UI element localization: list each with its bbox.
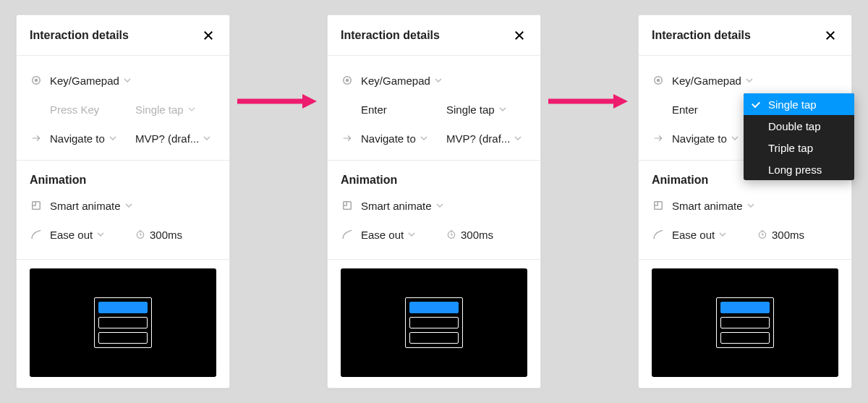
easing-select[interactable]: Ease out: [672, 229, 750, 241]
duration-field[interactable]: 300ms: [135, 229, 216, 241]
clock-icon: [757, 229, 767, 239]
animation-easing-row[interactable]: Ease out 300ms: [30, 220, 216, 249]
panel-title: Interaction details: [341, 29, 440, 42]
dropdown-option[interactable]: Single tap: [744, 93, 854, 115]
trigger-icon: [341, 74, 354, 87]
flow-arrow-icon: [548, 94, 628, 109]
chevron-down-icon: [747, 202, 754, 209]
action-verb[interactable]: Navigate to: [361, 132, 439, 145]
preview-bar: [409, 332, 459, 344]
easing-select[interactable]: Ease out: [50, 229, 128, 241]
chevron-down-icon: [408, 231, 415, 238]
trigger-key-row[interactable]: Enter Single tap: [341, 95, 527, 124]
trigger-type-label: Key/Gamepad: [361, 75, 527, 87]
smart-animate-icon: [341, 199, 354, 212]
svg-point-7: [346, 80, 349, 82]
duration-field[interactable]: 300ms: [446, 229, 527, 241]
chevron-down-icon: [514, 135, 522, 142]
svg-marker-5: [302, 94, 317, 109]
trigger-section: Key/Gamepad Press Key Single tap Navigat…: [17, 56, 229, 156]
chevron-down-icon: [420, 135, 427, 142]
chevron-down-icon: [731, 135, 739, 142]
animation-preview: [341, 268, 527, 377]
tap-mode-select[interactable]: Single tap: [135, 103, 216, 116]
trigger-icon: [652, 74, 665, 87]
navigate-icon: [652, 133, 665, 143]
animation-title: Animation: [341, 171, 527, 187]
chevron-down-icon: [719, 231, 726, 238]
chevron-down-icon: [746, 77, 753, 84]
key-input-value[interactable]: Enter: [672, 103, 750, 116]
dropdown-option[interactable]: Long press: [744, 158, 854, 180]
key-input-value[interactable]: Enter: [361, 103, 439, 116]
trigger-section: Key/Gamepad Enter Single tap Navigate to: [328, 56, 540, 156]
trigger-type-row[interactable]: Key/Gamepad: [30, 66, 216, 95]
trigger-type-label: Key/Gamepad: [672, 75, 838, 87]
preview-frame: [716, 297, 774, 348]
animation-type[interactable]: Smart animate: [672, 200, 838, 212]
preview-bar: [720, 317, 770, 328]
animation-title: Animation: [30, 171, 216, 187]
trigger-key-row[interactable]: Press Key Single tap: [30, 95, 216, 124]
panel-title: Interaction details: [30, 29, 129, 42]
ease-curve-icon: [341, 228, 354, 241]
ease-curve-icon: [30, 228, 43, 241]
clock-icon: [135, 229, 145, 239]
easing-select[interactable]: Ease out: [361, 229, 439, 241]
dropdown-option[interactable]: Double tap: [744, 115, 854, 137]
tap-mode-dropdown[interactable]: Single tap Double tap Triple tap Long pr…: [744, 93, 854, 180]
action-target[interactable]: MVP? (draf...: [446, 132, 527, 145]
preview-frame: [405, 297, 463, 348]
preview-frame: [94, 297, 152, 348]
preview-bar: [720, 332, 770, 344]
panel-title: Interaction details: [652, 29, 751, 42]
preview-bar: [409, 317, 459, 328]
action-target[interactable]: MVP? (draf...: [135, 132, 216, 145]
chevron-down-icon: [109, 135, 116, 142]
smart-animate-icon: [652, 199, 665, 212]
chevron-down-icon: [499, 106, 506, 113]
chevron-down-icon: [97, 231, 104, 238]
close-icon[interactable]: [511, 27, 527, 43]
flow-arrow-icon: [237, 94, 317, 109]
animation-preview: [30, 268, 216, 377]
chevron-down-icon: [124, 77, 131, 84]
trigger-type-label: Key/Gamepad: [50, 75, 216, 87]
animation-type[interactable]: Smart animate: [361, 200, 527, 212]
dropdown-option[interactable]: Triple tap: [744, 137, 854, 158]
preview-bar: [720, 302, 770, 313]
ease-curve-icon: [652, 228, 665, 241]
tap-mode-select[interactable]: Single tap: [446, 103, 527, 116]
animation-type-row[interactable]: Smart animate: [30, 191, 216, 220]
chevron-down-icon: [188, 106, 195, 113]
interaction-panel: Interaction details Key/Gamepad Enter Si…: [327, 14, 541, 389]
interaction-panel: Interaction details Key/Gamepad Press Ke…: [16, 14, 230, 389]
chevron-down-icon: [436, 202, 443, 209]
preview-bar: [98, 302, 148, 313]
preview-bar: [409, 302, 459, 313]
svg-point-13: [658, 80, 660, 82]
duration-field[interactable]: 300ms: [757, 229, 838, 241]
smart-animate-icon: [30, 199, 43, 212]
trigger-type-row[interactable]: Key/Gamepad: [341, 66, 527, 95]
action-row[interactable]: Navigate to MVP? (draf...: [341, 124, 527, 153]
action-verb[interactable]: Navigate to: [50, 132, 128, 145]
svg-point-1: [35, 80, 38, 82]
svg-marker-11: [613, 94, 628, 109]
trigger-type-row[interactable]: Key/Gamepad: [652, 66, 838, 95]
animation-type-row[interactable]: Smart animate: [341, 191, 527, 220]
animation-preview: [652, 268, 838, 377]
trigger-icon: [30, 74, 43, 87]
animation-type-row[interactable]: Smart animate: [652, 191, 838, 220]
close-icon[interactable]: [200, 27, 216, 43]
animation-easing-row[interactable]: Ease out 300ms: [652, 220, 838, 249]
animation-section: Animation Smart animate Ease out: [328, 160, 540, 260]
key-input-placeholder[interactable]: Press Key: [50, 103, 128, 116]
chevron-down-icon: [125, 202, 132, 209]
animation-easing-row[interactable]: Ease out 300ms: [341, 220, 527, 249]
preview-bar: [98, 332, 148, 344]
animation-type[interactable]: Smart animate: [50, 200, 216, 212]
close-icon[interactable]: [822, 27, 838, 43]
chevron-down-icon: [435, 77, 442, 84]
action-row[interactable]: Navigate to MVP? (draf...: [30, 124, 216, 153]
